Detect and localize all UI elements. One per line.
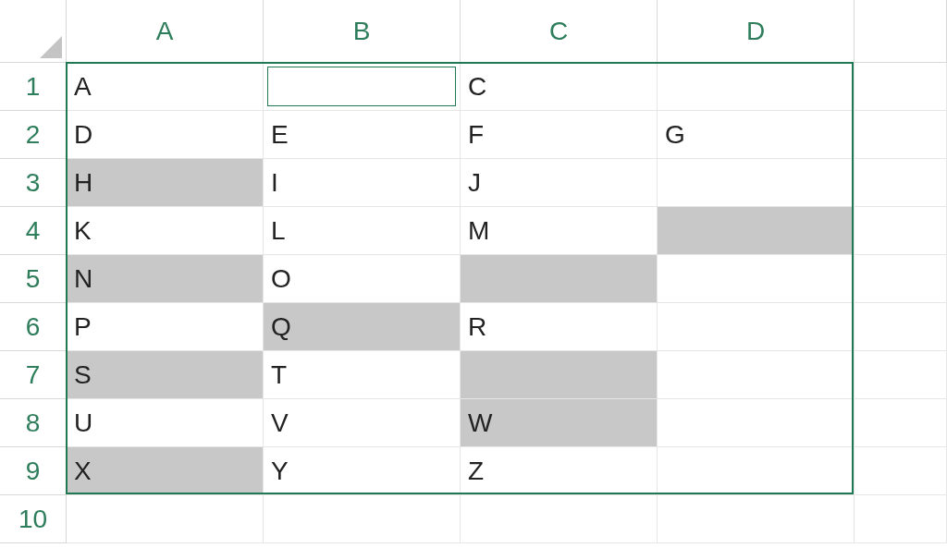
- cell-C7[interactable]: [461, 351, 658, 399]
- row-header-5[interactable]: 5: [0, 255, 67, 303]
- col-header-B[interactable]: B: [264, 0, 461, 63]
- cell-D10[interactable]: [658, 495, 855, 543]
- cell-C9[interactable]: Z: [461, 447, 658, 495]
- cell-D7[interactable]: [658, 351, 855, 399]
- cell-D8[interactable]: [658, 399, 855, 447]
- row-header-1[interactable]: 1: [0, 63, 67, 111]
- cell-extra-r1[interactable]: [855, 63, 947, 111]
- cell-A1[interactable]: A: [67, 63, 264, 111]
- svg-marker-0: [40, 36, 62, 58]
- cell-B9[interactable]: Y: [264, 447, 461, 495]
- cell-D6[interactable]: [658, 303, 855, 351]
- col-header-extra[interactable]: [855, 0, 947, 63]
- cell-C8[interactable]: W: [461, 399, 658, 447]
- cell-A3[interactable]: H: [67, 159, 264, 207]
- cell-C6[interactable]: R: [461, 303, 658, 351]
- col-header-C[interactable]: C: [461, 0, 658, 63]
- cell-D4[interactable]: [658, 207, 855, 255]
- row-header-7[interactable]: 7: [0, 351, 67, 399]
- cell-B8[interactable]: V: [264, 399, 461, 447]
- cell-C2[interactable]: F: [461, 111, 658, 159]
- cell-A2[interactable]: D: [67, 111, 264, 159]
- cell-A5[interactable]: N: [67, 255, 264, 303]
- cell-A7[interactable]: S: [67, 351, 264, 399]
- cell-extra-r10[interactable]: [855, 495, 947, 543]
- cell-C1[interactable]: C: [461, 63, 658, 111]
- row-header-4[interactable]: 4: [0, 207, 67, 255]
- cell-A4[interactable]: K: [67, 207, 264, 255]
- cell-B1[interactable]: B: [264, 63, 461, 111]
- cell-B3[interactable]: I: [264, 159, 461, 207]
- col-header-D[interactable]: D: [658, 0, 855, 63]
- col-header-A[interactable]: A: [67, 0, 264, 63]
- cell-B2[interactable]: E: [264, 111, 461, 159]
- row-header-6[interactable]: 6: [0, 303, 67, 351]
- cell-C5[interactable]: [461, 255, 658, 303]
- cell-extra-r2[interactable]: [855, 111, 947, 159]
- cell-D1[interactable]: [658, 63, 855, 111]
- row-header-9[interactable]: 9: [0, 447, 67, 495]
- cell-extra-r5[interactable]: [855, 255, 947, 303]
- row-header-10[interactable]: 10: [0, 495, 67, 543]
- cell-D2[interactable]: G: [658, 111, 855, 159]
- cell-D5[interactable]: [658, 255, 855, 303]
- cell-C10[interactable]: [461, 495, 658, 543]
- row-header-3[interactable]: 3: [0, 159, 67, 207]
- cell-A10[interactable]: [67, 495, 264, 543]
- cell-B4[interactable]: L: [264, 207, 461, 255]
- select-all-corner[interactable]: [0, 0, 67, 63]
- cell-A6[interactable]: P: [67, 303, 264, 351]
- cell-extra-r4[interactable]: [855, 207, 947, 255]
- cell-C3[interactable]: J: [461, 159, 658, 207]
- cell-D9[interactable]: [658, 447, 855, 495]
- row-header-2[interactable]: 2: [0, 111, 67, 159]
- cell-B7[interactable]: T: [264, 351, 461, 399]
- cell-extra-r6[interactable]: [855, 303, 947, 351]
- cell-extra-r9[interactable]: [855, 447, 947, 495]
- cell-extra-r8[interactable]: [855, 399, 947, 447]
- cell-C4[interactable]: M: [461, 207, 658, 255]
- cell-B5[interactable]: O: [264, 255, 461, 303]
- cell-extra-r3[interactable]: [855, 159, 947, 207]
- cell-A8[interactable]: U: [67, 399, 264, 447]
- cell-D3[interactable]: [658, 159, 855, 207]
- row-header-8[interactable]: 8: [0, 399, 67, 447]
- cell-B10[interactable]: [264, 495, 461, 543]
- cell-A9[interactable]: X: [67, 447, 264, 495]
- cell-B6[interactable]: Q: [264, 303, 461, 351]
- cell-extra-r7[interactable]: [855, 351, 947, 399]
